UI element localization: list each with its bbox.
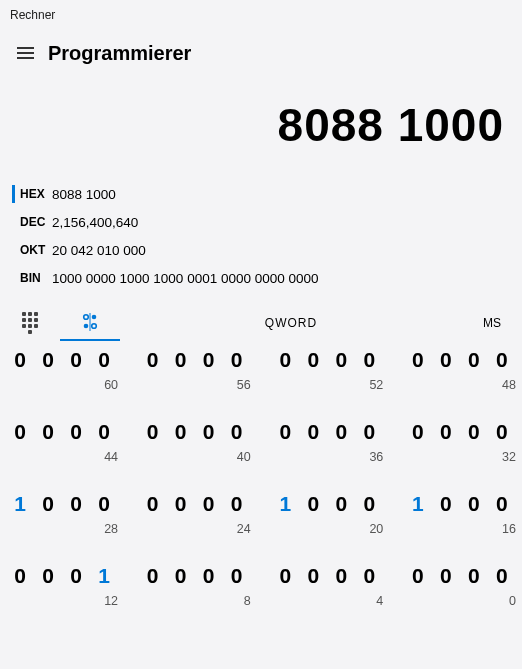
bit-toggle[interactable]: 0 [34, 348, 62, 372]
bit-index-label: 28 [90, 522, 118, 536]
bit-toggle[interactable]: 0 [355, 564, 383, 588]
bit-toggle[interactable]: 0 [460, 420, 488, 444]
result-display: 8088 1000 [0, 80, 522, 180]
toolbar: QWORD MS [0, 304, 522, 342]
base-value-hex: 8088 1000 [52, 187, 116, 202]
bit-toggle[interactable]: 0 [327, 564, 355, 588]
bit-toggle[interactable]: 0 [460, 564, 488, 588]
bit-index-label: 60 [90, 378, 118, 392]
base-row-dec[interactable]: DEC 2,156,400,640 [12, 208, 522, 236]
bit-toggle[interactable]: 0 [90, 348, 118, 372]
bit-toggle[interactable]: 0 [195, 492, 223, 516]
bit-toggle[interactable]: 0 [355, 492, 383, 516]
bit-toggle[interactable]: 0 [62, 564, 90, 588]
bit-toggle[interactable]: 0 [62, 492, 90, 516]
bit-toggle[interactable]: 0 [62, 348, 90, 372]
svg-point-1 [92, 314, 97, 319]
bit-toggle[interactable]: 0 [167, 348, 195, 372]
bit-toggle[interactable]: 0 [223, 492, 251, 516]
memory-store-button[interactable]: MS [462, 316, 522, 330]
svg-point-3 [92, 323, 97, 328]
bit-toggle[interactable]: 0 [299, 564, 327, 588]
bit-index-label: 0 [488, 594, 516, 608]
bit-toggle[interactable]: 0 [271, 348, 299, 372]
bit-toggle[interactable]: 0 [195, 420, 223, 444]
bit-toggle[interactable]: 1 [90, 564, 118, 588]
bit-toggle[interactable]: 0 [271, 564, 299, 588]
bit-toggle[interactable]: 0 [223, 348, 251, 372]
bit-toggle[interactable]: 0 [34, 564, 62, 588]
bit-toggle[interactable]: 0 [327, 420, 355, 444]
bit-toggle[interactable]: 0 [90, 420, 118, 444]
base-label-hex: HEX [12, 187, 52, 201]
base-row-hex[interactable]: HEX 8088 1000 [12, 180, 522, 208]
base-value-dec: 2,156,400,640 [52, 215, 138, 230]
bit-toggle[interactable]: 0 [488, 348, 516, 372]
bit-toggle[interactable]: 0 [139, 348, 167, 372]
bit-toggle[interactable]: 0 [167, 492, 195, 516]
bit-toggle[interactable]: 0 [488, 492, 516, 516]
base-label-dec: DEC [12, 215, 52, 229]
hamburger-menu-icon[interactable] [8, 36, 42, 70]
bit-toggle[interactable]: 0 [6, 564, 34, 588]
bit-toggle[interactable]: 0 [271, 420, 299, 444]
keypad-button[interactable] [0, 304, 60, 341]
bit-toggle[interactable]: 0 [432, 420, 460, 444]
bit-toggle[interactable]: 0 [139, 492, 167, 516]
bit-toggle[interactable]: 0 [139, 420, 167, 444]
base-value-bin: 1000 0000 1000 1000 0001 0000 0000 0000 [52, 271, 319, 286]
bit-index-label: 56 [223, 378, 251, 392]
bit-toggle[interactable]: 0 [299, 492, 327, 516]
bit-toggle[interactable]: 0 [34, 420, 62, 444]
bit-toggle[interactable]: 0 [432, 348, 460, 372]
base-row-bin[interactable]: BIN 1000 0000 1000 1000 0001 0000 0000 0… [12, 264, 522, 292]
bit-toggle[interactable]: 0 [488, 420, 516, 444]
bit-toggle[interactable]: 0 [488, 564, 516, 588]
base-row-okt[interactable]: OKT 20 042 010 000 [12, 236, 522, 264]
bit-toggle[interactable]: 0 [167, 564, 195, 588]
bit-toggle[interactable]: 0 [460, 492, 488, 516]
word-size-button[interactable]: QWORD [120, 316, 462, 330]
bit-toggle[interactable]: 0 [355, 348, 383, 372]
bit-toggle[interactable]: 0 [223, 420, 251, 444]
bit-index-label: 32 [488, 450, 516, 464]
bit-toggle[interactable]: 0 [327, 348, 355, 372]
bit-toggle-icon [81, 313, 99, 331]
base-label-okt: OKT [12, 243, 52, 257]
bit-toggle[interactable]: 0 [299, 420, 327, 444]
bit-toggle[interactable]: 0 [460, 348, 488, 372]
header: Programmierer [0, 30, 522, 80]
bit-toggle-button[interactable] [60, 304, 120, 341]
bit-toggle[interactable]: 0 [34, 492, 62, 516]
bit-index-label: 8 [223, 594, 251, 608]
bit-toggle[interactable]: 0 [139, 564, 167, 588]
bit-toggle[interactable]: 0 [404, 348, 432, 372]
bit-toggle[interactable]: 0 [167, 420, 195, 444]
mode-title: Programmierer [42, 42, 191, 65]
bit-toggle[interactable]: 0 [195, 564, 223, 588]
bit-toggle[interactable]: 0 [327, 492, 355, 516]
bit-grid: 0000000000000000605652480000000000000000… [0, 342, 522, 608]
bit-toggle[interactable]: 0 [6, 348, 34, 372]
bit-toggle[interactable]: 1 [6, 492, 34, 516]
bit-toggle[interactable]: 1 [271, 492, 299, 516]
bit-toggle[interactable]: 0 [432, 564, 460, 588]
bit-toggle[interactable]: 0 [432, 492, 460, 516]
bit-toggle[interactable]: 0 [299, 348, 327, 372]
bit-toggle[interactable]: 0 [6, 420, 34, 444]
bit-toggle[interactable]: 0 [404, 564, 432, 588]
bit-toggle[interactable]: 0 [195, 348, 223, 372]
bit-index-label: 36 [355, 450, 383, 464]
bit-toggle[interactable]: 0 [90, 492, 118, 516]
base-list: HEX 8088 1000 DEC 2,156,400,640 OKT 20 0… [0, 180, 522, 304]
bit-toggle[interactable]: 0 [62, 420, 90, 444]
keypad-icon [22, 312, 38, 334]
bit-index-label: 40 [223, 450, 251, 464]
svg-point-2 [84, 323, 89, 328]
bit-toggle[interactable]: 0 [223, 564, 251, 588]
bit-toggle[interactable]: 0 [355, 420, 383, 444]
svg-point-0 [84, 314, 89, 319]
bit-toggle[interactable]: 1 [404, 492, 432, 516]
bit-toggle[interactable]: 0 [404, 420, 432, 444]
bit-index-label: 52 [355, 378, 383, 392]
